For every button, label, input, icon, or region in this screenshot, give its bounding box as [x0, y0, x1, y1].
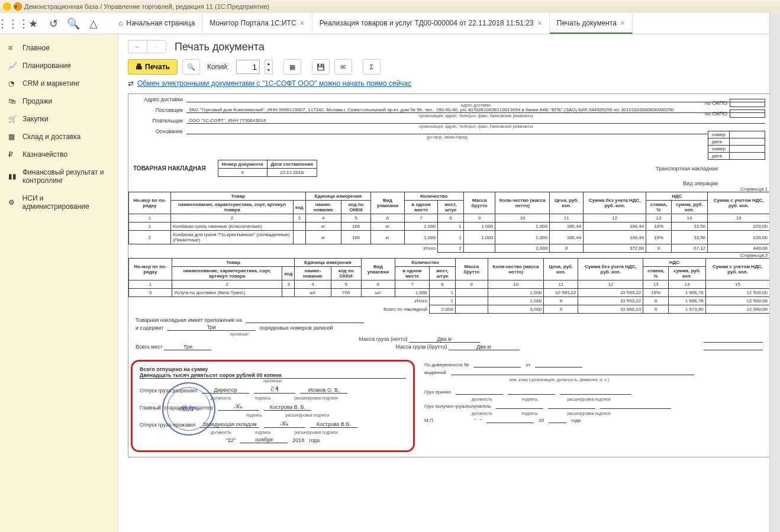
dropdown-icon[interactable]: ▾	[14, 2, 22, 11]
signature-block: «МИР» Всего отпущено на сумму Двенадцать…	[131, 360, 415, 452]
grid-icon: ▦	[8, 133, 17, 141]
apps-icon[interactable]: ⋮⋮⋮	[5, 15, 21, 32]
search-icon[interactable]: 🔍	[65, 15, 82, 32]
page-2-label: Страница 2	[128, 253, 770, 258]
doc-number-table: Номер документаДата составления 422.11.2…	[218, 160, 317, 177]
right-scrollbar[interactable]	[769, 13, 780, 532]
close-icon[interactable]: ×	[300, 18, 305, 28]
tab[interactable]: Реализация товаров и услуг ТД00-000004 о…	[312, 13, 550, 34]
sidebar-item[interactable]: ₽Казначейство	[0, 146, 118, 163]
supplier-value: ЗАО "Торговый дом Комплексный", ИНН 9999…	[186, 107, 765, 113]
email-button[interactable]: ✉	[334, 59, 352, 75]
nav-forward-button[interactable]: →	[147, 41, 166, 53]
app-icon-1c	[3, 2, 11, 11]
doc-main-title: ТОВАРНАЯ НАКЛАДНАЯ	[133, 165, 206, 172]
goods-table-2: Но-мер по по-рядкуТоварЕдиница измерения…	[128, 258, 770, 314]
document-preview: Адрес доставки адрес доставки по ОКПО По…	[128, 93, 771, 457]
star-icon[interactable]: ★	[25, 15, 41, 32]
cart-icon: 🛒	[8, 115, 17, 123]
history-icon[interactable]: ↺	[45, 15, 62, 32]
copies-input[interactable]	[236, 60, 260, 74]
page-title: Печать документа	[175, 41, 265, 53]
stamp-icon: «МИР»	[162, 382, 215, 436]
bars-icon: ▮▮	[8, 172, 17, 180]
tab[interactable]: Печать документа×	[550, 13, 633, 34]
copies-spinner[interactable]: ▲▼	[265, 60, 273, 74]
total-words: Двенадцать тысяч девятьсот сорок рублей …	[140, 372, 406, 379]
sidebar-item[interactable]: 🛒Закупки	[0, 110, 118, 128]
gear-icon: ⚙	[8, 198, 17, 207]
sidebar-item[interactable]: ◔CRM и маркетинг	[0, 75, 118, 92]
nav-back-button[interactable]: ←	[128, 41, 147, 53]
sidebar-item[interactable]: ⚙НСИ и администрирование	[0, 189, 118, 215]
main-toolbar: ⋮⋮⋮ ★ ↺ 🔍 △ ⌂Начальная страницаМонитор П…	[0, 13, 780, 34]
window-titlebar: ▾ Демонстрационная база / Управление тор…	[0, 0, 780, 13]
attach-l1: Товарная накладная имеет приложение на	[136, 317, 242, 323]
okpo-box	[730, 99, 765, 107]
okpo-label: по ОКПО	[705, 100, 727, 106]
page-1-label: Страница 1	[128, 186, 770, 192]
sidebar-item[interactable]: ▮▮Финансовый результат и контроллинг	[0, 163, 118, 189]
chart-icon: 📈	[8, 62, 17, 70]
okpo-label-2: по ОКПО	[705, 111, 727, 117]
sidebar-item[interactable]: 📈Планирование	[0, 57, 118, 75]
main-content: ← → Печать документа 🖶 Печать 🔍 Копий: ▲…	[118, 34, 780, 532]
operation-label: Вид операции	[133, 180, 765, 186]
payer-value: ООО "1С-СОФТ", ИНН 7730643014	[186, 118, 765, 124]
print-button[interactable]: 🖶 Печать	[128, 59, 178, 75]
tab-bar: ⌂Начальная страницаМонитор Портала 1С:ИТ…	[111, 13, 633, 34]
window-title: Демонстрационная база / Управление торго…	[24, 3, 269, 10]
sidebar-item[interactable]: ▦Склад и доставка	[0, 128, 118, 146]
tab[interactable]: ⌂Начальная страница	[111, 13, 202, 34]
goods-table-1: Но-мер по по-рядкуТоварЕдиница измерения…	[128, 192, 770, 253]
payer-caption: организация, адрес, телефон, факс, банко…	[186, 124, 765, 128]
payer-label: Плательщик	[133, 118, 186, 124]
sidebar-item[interactable]: ≡Главное	[0, 39, 118, 57]
bell-icon[interactable]: △	[85, 15, 102, 32]
supplier-label: Поставщик	[133, 107, 186, 113]
pie-icon: ◔	[8, 79, 17, 88]
close-icon[interactable]: ×	[620, 18, 625, 28]
nav-sidebar: ≡Главное📈Планирование◔CRM и маркетинг🛍Пр…	[0, 34, 118, 532]
basis-label: Основание	[133, 128, 186, 134]
delivery-label: Адрес доставки	[133, 96, 186, 102]
exchange-icon: ⇄	[128, 79, 134, 88]
settings-button[interactable]: ▦	[283, 59, 301, 75]
recipient-block: По доверенности №от выданной кем, кому (…	[417, 355, 701, 457]
menu-icon: ≡	[8, 44, 17, 52]
attach-records: порядковых номеров записей	[259, 325, 333, 331]
sum-button[interactable]: Σ	[363, 59, 381, 75]
tab[interactable]: Монитор Портала 1С:ИТС×	[202, 13, 312, 34]
coin-icon: ₽	[8, 150, 17, 159]
basis-caption: договор, заказ-наряд	[186, 135, 765, 139]
total-label: Всего отпущено на сумму	[140, 366, 406, 372]
transport-label: Транспортная накладная	[656, 166, 718, 172]
save-button[interactable]: 💾	[312, 59, 330, 75]
bag-icon: 🛍	[8, 97, 17, 105]
close-icon[interactable]: ×	[537, 18, 542, 28]
sidebar-item[interactable]: 🛍Продажи	[0, 92, 118, 110]
home-icon: ⌂	[118, 19, 123, 27]
side-codes-table: номердатаномердата	[708, 131, 765, 160]
nav-arrows: ← →	[128, 40, 166, 53]
copies-label: Копий:	[207, 63, 229, 71]
exchange-link[interactable]: Обмен электронными документами с "1С-СОФ…	[137, 79, 411, 88]
preview-button[interactable]: 🔍	[182, 59, 200, 75]
attach-l2: и содержит	[136, 325, 163, 331]
okpo-box-2	[730, 109, 765, 118]
